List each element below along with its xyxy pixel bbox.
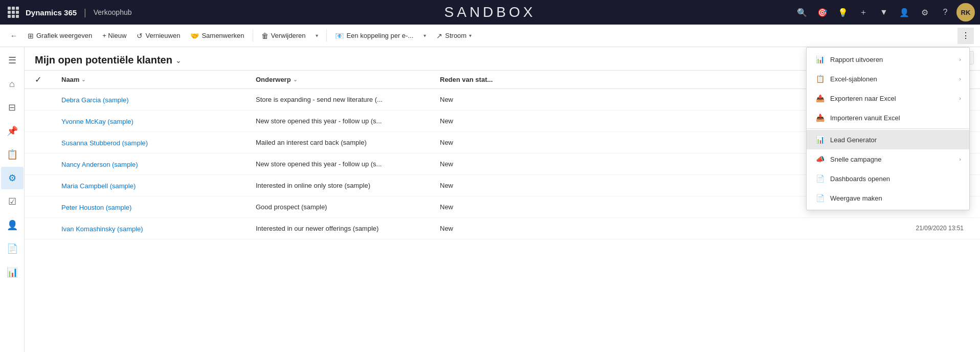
menu-label-excel-sjablonen: Excel-sjablonen xyxy=(830,75,877,83)
back-icon: ← xyxy=(10,32,17,40)
stroom-label: Stroom xyxy=(445,32,466,39)
verwijderen-caret-button[interactable]: ▾ xyxy=(311,31,322,40)
sandbox-title: SANDBOX xyxy=(444,4,536,20)
row-naam-link-2[interactable]: Susanna Stubberod (sample) xyxy=(61,139,148,147)
row-onderwerp-6: Interested in our newer offerings (sampl… xyxy=(250,225,434,232)
brand-hub: Verkoophub xyxy=(94,8,132,16)
row-naam-link-4[interactable]: Maria Campbell (sample) xyxy=(61,182,136,190)
menu-label-weergave: Weergave maken xyxy=(830,194,882,202)
menu-item-rapport[interactable]: 📊 Rapport uitvoeren › xyxy=(807,50,969,69)
row-naam-4[interactable]: Maria Campbell (sample) xyxy=(55,182,250,190)
tasks-icon[interactable]: 🎯 xyxy=(813,3,832,21)
menu-icon-weergave: 📄 xyxy=(815,193,825,203)
menu-icon-importeren: 📥 xyxy=(815,113,825,123)
row-onderwerp-0: Store is expanding - send new literature… xyxy=(250,96,434,103)
menu-item-left-rapport: 📊 Rapport uitvoeren xyxy=(815,54,883,64)
row-naam-link-5[interactable]: Peter Houston (sample) xyxy=(61,204,131,211)
nieuw-label: + Nieuw xyxy=(102,32,126,39)
koppeling-button[interactable]: 📧 Een koppeling per e-... xyxy=(331,30,417,42)
menu-item-left-excel-sjablonen: 📋 Excel-sjablonen xyxy=(815,74,877,84)
row-naam-2[interactable]: Susanna Stubberod (sample) xyxy=(55,139,250,147)
menu-label-snelle-campagne: Snelle campagne xyxy=(830,156,881,163)
help-icon[interactable]: ? xyxy=(936,3,954,21)
col-reden-label: Reden van stat... xyxy=(440,76,493,83)
menu-item-left-dashboards: 📄 Dashboards openen xyxy=(815,173,890,184)
menu-label-rapport: Rapport uitvoeren xyxy=(830,56,883,63)
page-title: Mijn open potentiële klanten xyxy=(35,54,172,66)
menu-label-exporteren: Exporteren naar Excel xyxy=(830,95,896,102)
grafiek-icon: ⊞ xyxy=(28,32,34,40)
menu-icon-snelle-campagne: 📣 xyxy=(815,154,825,164)
vernieuwen-button[interactable]: ↺ Vernieuwen xyxy=(132,30,184,42)
menu-label-importeren: Importeren vanuit Excel xyxy=(830,114,900,122)
title-caret-icon[interactable]: ⌄ xyxy=(175,56,182,64)
menu-item-left-exporteren: 📤 Exporteren naar Excel xyxy=(815,93,896,103)
koppeling-caret-button[interactable]: ▾ xyxy=(419,31,430,40)
menu-icon-dashboards: 📄 xyxy=(815,173,825,184)
menu-icon-excel-sjablonen: 📋 xyxy=(815,74,825,84)
row-onderwerp-1: New store opened this year - follow up (… xyxy=(250,117,434,125)
menu-icon-lead-generator: 📊 xyxy=(815,135,825,145)
menu-arrow-exporteren: › xyxy=(959,95,961,101)
row-naam-link-3[interactable]: Nancy Anderson (sample) xyxy=(61,161,138,168)
menu-label-dashboards: Dashboards openen xyxy=(830,175,890,183)
sidebar-item-recent[interactable]: ⊟ xyxy=(1,96,24,119)
col-onderwerp[interactable]: Onderwerp ⌄ xyxy=(250,71,434,89)
menu-item-weergave[interactable]: 📄 Weergave maken xyxy=(807,188,969,208)
filter-icon[interactable]: ▼ xyxy=(875,3,893,21)
grafiek-label: Grafiek weergeven xyxy=(36,32,92,39)
vernieuwen-icon: ↺ xyxy=(137,32,143,40)
more-dots-icon: ⋮ xyxy=(962,31,970,40)
sidebar-item-contacts[interactable]: ⚙ xyxy=(1,167,24,189)
sidebar-item-file[interactable]: 📄 xyxy=(1,237,24,260)
waffle-menu[interactable] xyxy=(5,4,21,20)
row-naam-1[interactable]: Yvonne McKay (sample) xyxy=(55,117,250,125)
search-nav-icon[interactable]: 🔍 xyxy=(793,3,811,21)
row-onderwerp-5: Good prospect (sample) xyxy=(250,203,434,211)
settings-icon[interactable]: ⚙ xyxy=(916,3,934,21)
verwijderen-button[interactable]: 🗑 Verwijderen xyxy=(257,30,310,42)
koppeling-icon: 📧 xyxy=(335,32,344,40)
row-naam-3[interactable]: Nancy Anderson (sample) xyxy=(55,160,250,168)
menu-item-dashboards[interactable]: 📄 Dashboards openen xyxy=(807,169,969,188)
sidebar-item-person[interactable]: 👤 xyxy=(1,214,24,236)
menu-item-snelle-campagne[interactable]: 📣 Snelle campagne › xyxy=(807,149,969,169)
sidebar-item-pinned[interactable]: 📌 xyxy=(1,120,24,142)
add-icon[interactable]: ＋ xyxy=(854,3,873,21)
row-naam-0[interactable]: Debra Garcia (sample) xyxy=(55,96,250,104)
sidebar-item-menu[interactable]: ☰ xyxy=(1,49,24,72)
checkbox-header[interactable]: ✓ xyxy=(35,71,55,89)
top-nav: Dynamics 365 | Verkoophub SANDBOX 🔍 🎯 💡 … xyxy=(0,0,980,25)
menu-item-importeren[interactable]: 📥 Importeren vanuit Excel xyxy=(807,108,969,127)
table-row[interactable]: Ivan Komashinsky (sample) Interested in … xyxy=(25,218,980,239)
sidebar-item-notes[interactable]: 📋 xyxy=(1,143,24,166)
notifications-icon[interactable]: 💡 xyxy=(834,3,852,21)
menu-item-exporteren[interactable]: 📤 Exporteren naar Excel › xyxy=(807,89,969,108)
row-naam-5[interactable]: Peter Houston (sample) xyxy=(55,203,250,211)
menu-label-lead-generator: Lead Generator xyxy=(830,136,877,144)
nieuw-button[interactable]: + Nieuw xyxy=(98,30,130,41)
row-naam-6[interactable]: Ivan Komashinsky (sample) xyxy=(55,225,250,233)
row-naam-link-1[interactable]: Yvonne McKay (sample) xyxy=(61,118,133,125)
person-icon[interactable]: 👤 xyxy=(895,3,914,21)
row-naam-link-0[interactable]: Debra Garcia (sample) xyxy=(61,96,129,104)
row-onderwerp-3: New store opened this year - follow up (… xyxy=(250,160,434,168)
avatar[interactable]: RK xyxy=(956,3,975,21)
dropdown-menu: 📊 Rapport uitvoeren › 📋 Excel-sjablonen … xyxy=(806,47,970,210)
menu-item-lead-generator[interactable]: 📊 Lead Generator xyxy=(807,130,969,149)
samenwerken-button[interactable]: 🤝 Samenwerken xyxy=(186,30,248,42)
col-naam[interactable]: Naam ⌄ xyxy=(55,71,250,89)
col-onderwerp-sort-icon: ⌄ xyxy=(293,77,297,82)
stroom-button[interactable]: ↗ Stroom ▾ xyxy=(432,30,476,42)
sidebar-item-report[interactable]: 📊 xyxy=(1,261,24,283)
grafiek-button[interactable]: ⊞ Grafiek weergeven xyxy=(24,30,96,42)
sidebar-item-home[interactable]: ⌂ xyxy=(1,73,24,95)
menu-item-left-lead-generator: 📊 Lead Generator xyxy=(815,135,877,145)
verwijderen-icon: 🗑 xyxy=(261,32,269,40)
back-button[interactable]: ← xyxy=(6,30,21,42)
more-options-button[interactable]: ⋮ xyxy=(957,28,974,44)
menu-item-excel-sjablonen[interactable]: 📋 Excel-sjablonen › xyxy=(807,69,969,89)
sidebar-item-list[interactable]: ☑ xyxy=(1,190,24,213)
row-naam-link-6[interactable]: Ivan Komashinsky (sample) xyxy=(61,225,143,233)
row-onderwerp-4: Interested in online only store (sample) xyxy=(250,182,434,189)
